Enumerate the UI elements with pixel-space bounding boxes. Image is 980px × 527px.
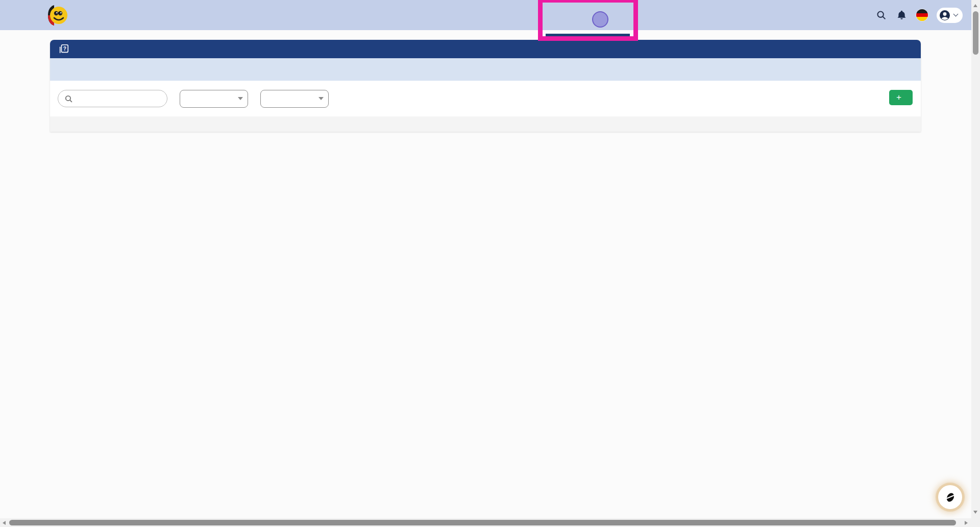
active-nav-underline (546, 34, 630, 37)
app-logo[interactable] (47, 4, 72, 27)
smiley-logo-icon (47, 4, 68, 27)
widget-logo-icon (944, 491, 957, 504)
search-input-wrapper[interactable] (58, 90, 167, 107)
quiz-icon: ? (58, 43, 69, 55)
panel-header: ? (50, 40, 921, 58)
scroll-up-arrow-icon[interactable] (973, 4, 977, 7)
chevron-down-icon (953, 12, 959, 17)
search-icon (64, 94, 73, 103)
german-flag-icon[interactable] (916, 9, 928, 21)
avatar-icon (939, 9, 951, 21)
vertical-scrollbar[interactable] (971, 0, 980, 518)
dropdown-caret-icon (238, 97, 243, 100)
vertical-scroll-thumb[interactable] (973, 11, 978, 55)
horizontal-scrollbar[interactable] (0, 518, 980, 527)
faehigkeit-select[interactable] (260, 90, 329, 108)
account-menu[interactable] (937, 8, 963, 23)
svg-text:?: ? (63, 46, 66, 52)
top-navbar (0, 0, 971, 30)
scroll-right-arrow-icon[interactable] (965, 521, 968, 525)
filter-row: + (50, 81, 921, 116)
navbar-right (875, 0, 963, 30)
cursor-indicator (592, 11, 608, 28)
new-exam-button[interactable]: + (889, 90, 913, 105)
notifications-bell-icon[interactable] (895, 9, 908, 21)
exam-table-header (50, 116, 921, 132)
dropdown-caret-icon (318, 97, 324, 100)
horizontal-scroll-thumb[interactable] (9, 520, 956, 525)
panel-tabs (50, 58, 921, 81)
floating-widget-button[interactable] (938, 485, 962, 509)
search-icon[interactable] (875, 9, 887, 21)
search-input[interactable] (77, 94, 154, 103)
scroll-down-arrow-icon[interactable] (973, 511, 977, 514)
stufe-select[interactable] (180, 90, 248, 108)
scroll-left-arrow-icon[interactable] (3, 521, 6, 525)
plus-icon: + (896, 92, 901, 103)
pruefungen-panel: ? + (50, 40, 921, 132)
